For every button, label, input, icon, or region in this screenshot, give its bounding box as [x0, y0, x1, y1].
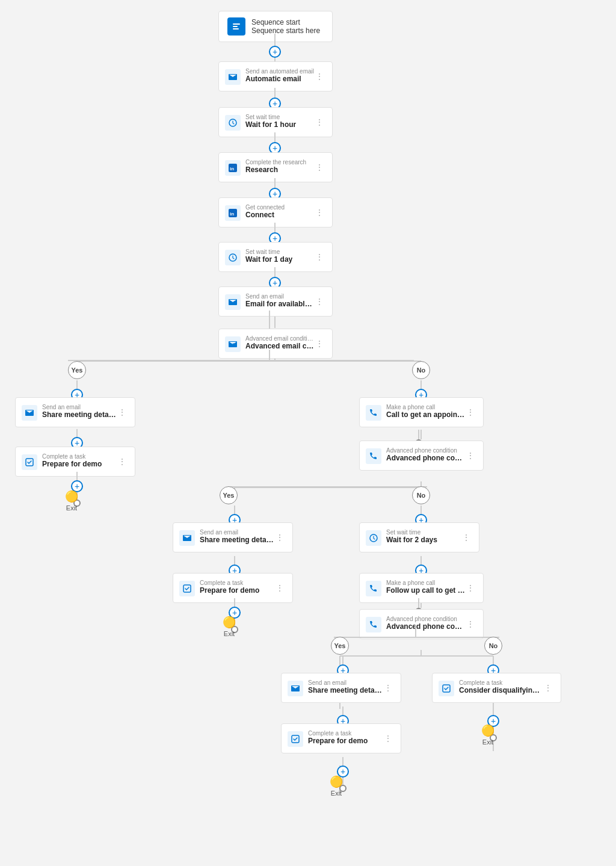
- svg-rect-58: [233, 26, 238, 27]
- svg-rect-57: [233, 23, 240, 25]
- step7-content: Advanced email conditions Advanced email…: [245, 335, 314, 350]
- yes3-exit-icon: 🟡: [330, 775, 343, 788]
- step1-label: Send an automated email: [245, 68, 314, 75]
- step5-content: Set wait time Wait for 1 day: [245, 249, 314, 264]
- branch2-horizontal: [229, 486, 427, 487]
- step6-card: Send an email Email for available time s…: [218, 286, 333, 317]
- step7-title: Advanced email conditions: [245, 342, 314, 350]
- no1-call-more[interactable]: ⋮: [465, 408, 476, 416]
- yes3-share-content: Send an email Share meeting details: [308, 679, 383, 694]
- step1-title: Automatic email: [245, 75, 314, 83]
- step7-more[interactable]: ⋮: [314, 339, 325, 348]
- step6-content: Send an email Email for available time s…: [245, 293, 314, 308]
- step5-more[interactable]: ⋮: [314, 253, 325, 261]
- svg-text:in: in: [230, 166, 234, 172]
- yes1-share-label: Send an email: [42, 404, 117, 410]
- yes2-share-more[interactable]: ⋮: [274, 533, 285, 542]
- yes1-task-content: Complete a task Prepare for demo: [42, 453, 117, 468]
- yes2-share-icon: [179, 530, 195, 546]
- branch3-horizontal: [334, 637, 499, 638]
- no1-cond-label: Advanced phone condition: [386, 447, 465, 454]
- yes1-task-more[interactable]: ⋮: [117, 457, 128, 466]
- no3-exit-label: Exit: [482, 738, 493, 746]
- yes2-share-content: Send an email Share meeting details: [200, 529, 274, 544]
- yes1-share-card: Send an email Share meeting details ⋮: [15, 397, 135, 427]
- no1-call-card: Make a phone call Call to get an appoint…: [359, 397, 484, 427]
- no1-cond-more[interactable]: ⋮: [465, 451, 476, 460]
- yes1-task-title: Prepare for demo: [42, 460, 117, 468]
- line: [420, 556, 422, 564]
- step4-more[interactable]: ⋮: [314, 208, 325, 217]
- yes1-exit: 🟡 Exit: [65, 490, 78, 512]
- step3-more[interactable]: ⋮: [314, 163, 325, 172]
- yes2-task-more[interactable]: ⋮: [274, 584, 285, 592]
- yes3-exit-label: Exit: [331, 790, 342, 797]
- step1-content: Send an automated email Automatic email: [245, 68, 314, 83]
- step1-icon: [225, 69, 241, 85]
- yes1-exit-label: Exit: [66, 504, 77, 512]
- no3-exit-icon: 🟡: [481, 724, 494, 737]
- branch-horizontal-line: [68, 360, 414, 361]
- yes1-share-content: Send an email Share meeting details: [42, 404, 117, 419]
- line: [418, 430, 419, 439]
- step7-card: Advanced email conditions Advanced email…: [218, 329, 333, 359]
- line: [418, 598, 419, 608]
- yes2-task-icon: [179, 581, 195, 596]
- no3-exit: 🟡 Exit: [481, 724, 494, 746]
- line: [420, 506, 422, 514]
- line: [493, 656, 494, 664]
- no2-call-label: Make a phone call: [386, 580, 465, 586]
- no2-wait-more[interactable]: ⋮: [461, 533, 472, 542]
- no1-call-content: Make a phone call Call to get an appoint…: [386, 404, 465, 419]
- line: [76, 380, 78, 389]
- no2-cond-label: Advanced phone condition: [386, 616, 465, 622]
- line: [274, 88, 276, 97]
- step6-more[interactable]: ⋮: [314, 297, 325, 306]
- step2-more[interactable]: ⋮: [314, 118, 325, 126]
- step2-icon: [225, 115, 241, 131]
- no1-cond-icon: [366, 448, 381, 464]
- line: [234, 556, 235, 564]
- line: [342, 707, 343, 715]
- yes2-task-title: Prepare for demo: [200, 586, 274, 595]
- step7-label: Advanced email conditions: [245, 335, 314, 342]
- yes3-share-label: Send an email: [308, 679, 383, 686]
- yes3-share-more[interactable]: ⋮: [383, 684, 393, 692]
- step3-label: Complete the research: [245, 159, 314, 165]
- yes2-task-label: Complete a task: [200, 580, 274, 586]
- add-button-0[interactable]: +: [269, 46, 281, 58]
- yes2-exit: 🟡 Exit: [223, 616, 236, 637]
- yes2-exit-icon: 🟡: [223, 616, 236, 629]
- start-icon: [227, 17, 245, 36]
- yes3-task-more[interactable]: ⋮: [383, 734, 393, 743]
- step6-icon: [225, 294, 241, 310]
- no1-cond-title: Advanced phone condition: [386, 454, 465, 462]
- step3-title: Research: [245, 165, 314, 174]
- yes2-exit-label: Exit: [224, 630, 235, 637]
- no3-task-more[interactable]: ⋮: [543, 684, 553, 692]
- no2-call-more[interactable]: ⋮: [465, 584, 476, 592]
- no2-wait-card: Set wait time Wait for 2 days ⋮: [359, 522, 479, 552]
- step5-icon: [225, 250, 241, 265]
- step1-more[interactable]: ⋮: [314, 72, 325, 81]
- step5-title: Wait for 1 day: [245, 255, 314, 264]
- yes2-share-card: Send an email Share meeting details ⋮: [173, 522, 293, 552]
- no3-task-content: Complete a task Consider disqualifying t…: [459, 679, 543, 694]
- no2-wait-icon: [366, 530, 381, 546]
- start-title: Sequence starts here: [251, 26, 320, 35]
- connector-branch: [269, 350, 270, 360]
- yes1-share-more[interactable]: ⋮: [117, 408, 128, 416]
- no2-cond-card: Advanced phone condition Advanced phone …: [359, 609, 484, 639]
- connector-6: [269, 311, 270, 329]
- step5-label: Set wait time: [245, 249, 314, 255]
- no1-call-icon: [366, 405, 381, 421]
- step1-card: Send an automated email Automatic email …: [218, 61, 333, 91]
- no1-call-title: Call to get an appointment: [386, 410, 465, 419]
- yes-branch-2-label: Yes: [220, 486, 238, 504]
- no2-call-content: Make a phone call Follow up call to get …: [386, 580, 465, 595]
- yes3-share-icon: [288, 681, 303, 696]
- line: [76, 472, 78, 480]
- yes1-share-icon: [22, 405, 37, 421]
- no2-cond-more[interactable]: ⋮: [465, 620, 476, 628]
- step2-title: Wait for 1 hour: [245, 120, 314, 129]
